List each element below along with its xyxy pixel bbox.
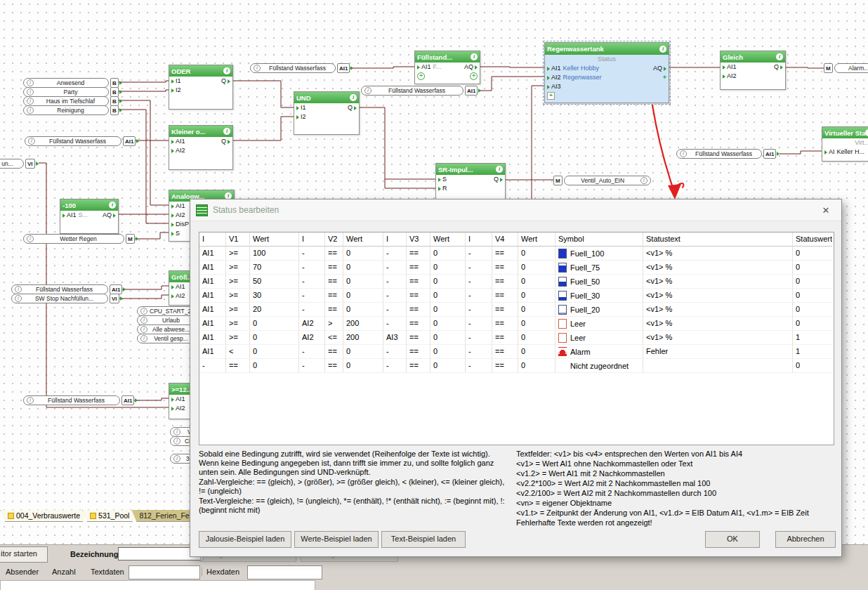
cell-v2[interactable]: == bbox=[325, 261, 343, 275]
cell-wert1[interactable]: 0 bbox=[250, 345, 299, 359]
cell-v1[interactable]: >= bbox=[226, 247, 250, 261]
cell-i4[interactable]: - bbox=[466, 275, 492, 289]
port-in[interactable]: I1 bbox=[296, 103, 306, 112]
connector-ventil-auto-ein[interactable]: M Ventil_Auto_EINi bbox=[553, 176, 655, 185]
connector-sw-stop[interactable]: iSW Stop Nachfüllun... VI bbox=[11, 294, 123, 303]
cell-wert1[interactable]: 20 bbox=[250, 303, 299, 317]
cell-v3[interactable]: == bbox=[407, 261, 430, 275]
cell-i3[interactable]: - bbox=[383, 247, 407, 261]
cell-i1[interactable]: AI1 bbox=[199, 317, 226, 331]
cell-i3[interactable]: - bbox=[383, 275, 407, 289]
cell-i4[interactable]: - bbox=[466, 289, 492, 303]
cell-wert4[interactable]: 0 bbox=[518, 289, 555, 303]
connector-tiefschlaf[interactable]: iHaus im Tiefschlaf B bbox=[23, 96, 122, 106]
cell-wert2[interactable]: 0 bbox=[343, 345, 383, 359]
port-in[interactable]: I1 bbox=[171, 77, 181, 86]
cell-v1[interactable]: < bbox=[226, 345, 250, 359]
cell-i2[interactable]: AI2 bbox=[299, 331, 325, 345]
connector-fuellstand-wasserfass[interactable]: iFüllstand Wasserfass AI1 bbox=[250, 63, 353, 73]
port-out[interactable]: Q bbox=[348, 103, 357, 112]
cell-wert2[interactable]: 0 bbox=[343, 275, 383, 289]
table-row[interactable]: AI1 < 0 - == 0 - == 0 - == 0 Alarm Fehle… bbox=[199, 345, 834, 359]
port-in[interactable]: AI2 bbox=[171, 146, 185, 155]
cell-v2[interactable]: == bbox=[325, 289, 343, 303]
port-in[interactable]: AI1 bbox=[171, 395, 185, 404]
port-out[interactable]: Q bbox=[221, 77, 230, 86]
cell-wert3[interactable]: 0 bbox=[430, 261, 466, 275]
plus-icon[interactable]: + bbox=[547, 92, 555, 100]
cell-v3[interactable]: == bbox=[407, 331, 430, 345]
connector-anwesend[interactable]: iAnwesend B bbox=[23, 78, 122, 88]
info-icon[interactable]: i bbox=[350, 94, 357, 101]
port-out[interactable]: AQ bbox=[464, 63, 478, 72]
cell-i3[interactable]: - bbox=[383, 303, 407, 317]
cell-statuswert[interactable]: 1 bbox=[793, 331, 832, 345]
cell-i2[interactable]: - bbox=[299, 275, 325, 289]
port-in[interactable]: S bbox=[171, 229, 180, 238]
cell-v2[interactable]: > bbox=[325, 317, 343, 331]
cell-v4[interactable]: == bbox=[492, 317, 518, 331]
port-in[interactable]: I2 bbox=[171, 86, 181, 95]
cell-i2[interactable]: - bbox=[299, 247, 325, 261]
cell-v2[interactable]: == bbox=[325, 247, 343, 261]
cell-wert3[interactable]: 0 bbox=[430, 303, 466, 317]
dialog-titlebar[interactable]: Status bearbeiten ✕ bbox=[190, 199, 841, 221]
table-row[interactable]: AI1 >= 20 - == 0 - == 0 - == 0 Fuell_20 … bbox=[199, 303, 834, 317]
info-icon[interactable]: i bbox=[865, 129, 868, 136]
cell-statustext[interactable]: <v1> % bbox=[643, 247, 793, 261]
cell-v2[interactable]: == bbox=[325, 303, 343, 317]
cell-v2[interactable]: == bbox=[325, 359, 343, 373]
cell-v4[interactable]: == bbox=[492, 289, 518, 303]
tab-verbrauswerte[interactable]: 004_Verbrauswerte bbox=[0, 510, 88, 522]
cell-v3[interactable]: == bbox=[407, 359, 430, 373]
cell-i1[interactable]: AI1 bbox=[199, 289, 226, 303]
cell-v3[interactable]: == bbox=[407, 275, 430, 289]
port-in[interactable]: AI1 bbox=[547, 64, 561, 73]
cell-i4[interactable]: - bbox=[466, 345, 492, 359]
block-regenwassertank[interactable]: Regenwassertanki Status AI1Keller HobbyA… bbox=[544, 42, 669, 103]
cell-i1[interactable]: AI1 bbox=[199, 261, 226, 275]
cell-wert4[interactable]: 0 bbox=[518, 345, 555, 359]
cell-i4[interactable]: - bbox=[466, 359, 492, 373]
port-in[interactable]: DisP bbox=[171, 220, 189, 229]
port-out[interactable]: AQ bbox=[653, 64, 666, 73]
cell-v1[interactable]: >= bbox=[226, 303, 250, 317]
info-icon[interactable]: i bbox=[659, 46, 666, 53]
cell-statustext[interactable]: <v1> % bbox=[643, 331, 793, 345]
cell-statustext[interactable] bbox=[643, 359, 793, 373]
connector-fuellstand-wasserfass[interactable]: iFüllstand Wasserfass AI1 bbox=[361, 86, 481, 96]
port-in[interactable]: AI2 bbox=[547, 73, 561, 82]
info-icon[interactable]: i bbox=[223, 128, 230, 135]
cell-i3[interactable]: - bbox=[383, 345, 407, 359]
cell-statuswert[interactable]: 0 bbox=[793, 261, 832, 275]
connector-fuellstand-wasserfass[interactable]: iFüllstand Wasserfass AI1 bbox=[25, 136, 139, 146]
port-out[interactable]: Q bbox=[494, 175, 503, 184]
plus-icon[interactable]: + bbox=[470, 72, 478, 80]
tab-pool[interactable]: 531_Pool bbox=[82, 510, 137, 522]
table-row[interactable]: - == 0 - == 0 - == 0 - == 0 Nicht zugeor… bbox=[199, 359, 834, 373]
cell-wert2[interactable]: 0 bbox=[343, 247, 383, 261]
cell-v4[interactable]: == bbox=[492, 359, 518, 373]
cell-symbol[interactable]: Fuell_75 bbox=[555, 261, 643, 275]
cell-symbol[interactable]: Fuell_100 bbox=[555, 247, 643, 261]
table-row[interactable]: AI1 >= 30 - == 0 - == 0 - == 0 Fuell_30 … bbox=[199, 289, 834, 303]
info-icon[interactable]: i bbox=[223, 67, 230, 74]
cell-v4[interactable]: == bbox=[492, 275, 518, 289]
cell-statustext[interactable]: <v1> % bbox=[643, 289, 793, 303]
cell-wert1[interactable]: 100 bbox=[250, 247, 299, 261]
cell-wert3[interactable]: 0 bbox=[430, 317, 466, 331]
port-in[interactable]: AI1 bbox=[171, 282, 185, 291]
cell-wert1[interactable]: 0 bbox=[250, 331, 299, 345]
cell-symbol[interactable]: Fuell_50 bbox=[555, 275, 643, 289]
cell-wert3[interactable]: 0 bbox=[430, 331, 466, 345]
cell-wert3[interactable]: 0 bbox=[430, 247, 466, 261]
info-icon[interactable]: i bbox=[776, 53, 783, 60]
block-virtueller-status[interactable]: Virtueller Stai Virt... AIKeller H... bbox=[822, 126, 868, 162]
cell-v3[interactable]: == bbox=[407, 317, 430, 331]
block-fuellstand[interactable]: Füllstand...i AI1F...AQ ++ bbox=[414, 51, 480, 84]
table-row[interactable]: AI1 >= 0 AI2 <= 200 AI3 == 0 - == 0 Leer… bbox=[199, 331, 834, 345]
port-in[interactable]: AI1 bbox=[63, 211, 77, 220]
cell-i2[interactable]: - bbox=[299, 359, 325, 373]
connector-vi-left[interactable]: iun... VI bbox=[0, 159, 39, 169]
cell-wert1[interactable]: 30 bbox=[250, 289, 299, 303]
